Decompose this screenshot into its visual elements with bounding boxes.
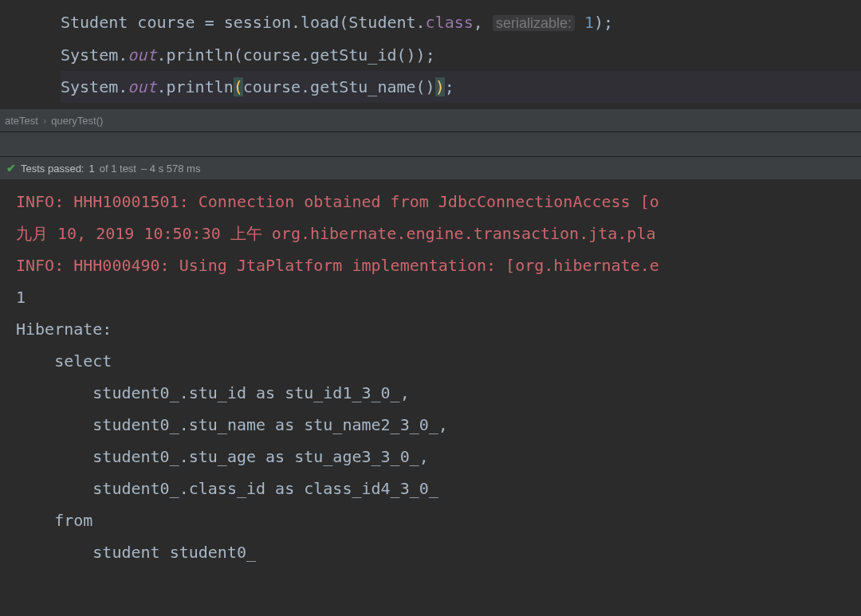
console-line: student0_.stu_id as stu_id1_3_0_,: [16, 377, 861, 409]
code-line-1[interactable]: Student course = session.load(Student.cl…: [61, 6, 861, 39]
status-time: – 4 s 578 ms: [141, 163, 200, 175]
test-status-bar: ✔ Tests passed: 1 of 1 test – 4 s 578 ms: [0, 157, 861, 179]
console-line: student0_.class_id as class_id4_3_0_: [16, 473, 861, 504]
console-line: 1: [16, 281, 861, 313]
console-line: INFO: HHH10001501: Connection obtained f…: [16, 186, 861, 218]
matched-paren-close: ): [435, 77, 445, 96]
check-icon: ✔: [6, 162, 16, 175]
status-label: Tests passed:: [21, 163, 85, 175]
console-line: select: [16, 345, 861, 377]
code-line-3-current[interactable]: System.out.println(course.getStu_name())…: [61, 71, 861, 103]
status-of: of 1 test: [100, 163, 136, 175]
console-line: student student0_: [16, 536, 861, 568]
console-line: student0_.stu_name as stu_name2_3_0_,: [16, 409, 861, 441]
tool-tab-strip[interactable]: [0, 131, 861, 157]
breadcrumb-item[interactable]: queryTest(): [46, 115, 108, 127]
console-line: INFO: HHH000490: Using JtaPlatform imple…: [16, 249, 861, 281]
console-line: student0_.stu_age as stu_age3_3_0_,: [16, 441, 861, 473]
status-count: 1: [89, 163, 95, 175]
console-line: Hibernate:: [16, 313, 861, 345]
param-hint: serializable:: [493, 15, 575, 31]
matched-paren-open: (: [234, 77, 243, 96]
code-line-2[interactable]: System.out.println(course.getStu_id());: [61, 39, 861, 71]
breadcrumb-item[interactable]: ateTest: [0, 115, 43, 127]
code-editor[interactable]: Student course = session.load(Student.cl…: [0, 0, 861, 109]
console-output[interactable]: INFO: HHH10001501: Connection obtained f…: [0, 179, 861, 575]
breadcrumb: ateTest › queryTest(): [0, 109, 861, 131]
console-line: from: [16, 504, 861, 536]
console-line: 九月 10, 2019 10:50:30 上午 org.hibernate.en…: [16, 218, 861, 249]
